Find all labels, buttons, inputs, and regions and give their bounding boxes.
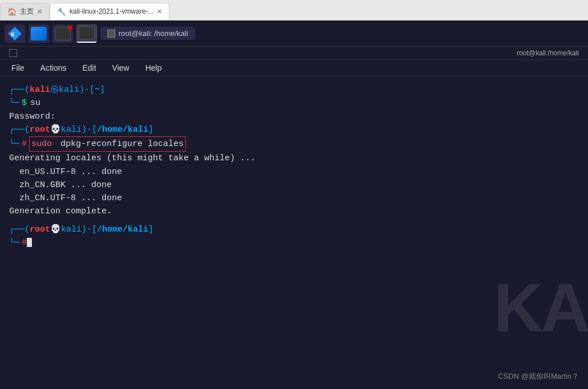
blue-app-icon <box>31 27 47 40</box>
sudo-keyword: sudo <box>31 139 52 149</box>
prompt-dir-3: /home/kali <box>97 223 148 236</box>
prompt-hash-line-1: └─# sudo dpkg-reconfigure locales <box>9 136 579 152</box>
title-right-label: root@kali:/home/kali <box>517 49 579 57</box>
prompt-dollar-line-1: └─$ su <box>9 96 579 110</box>
taskbar-dark-app1[interactable] <box>52 25 73 43</box>
prompt-bracket-close-2: )-[ <box>82 123 97 136</box>
prompt-host-sep-1: ㉿ <box>50 83 59 96</box>
terminal-content: ┌──(kali㉿kali)-[~] └─$ su Password: ┌──(… <box>0 76 588 389</box>
prompt-user-root: root <box>30 123 50 136</box>
menu-view[interactable]: View <box>110 62 132 74</box>
browser-tabs: 🏠 主页 ✕ 🔧 kali-linux-2021.1-vmware-... ✕ <box>0 0 588 21</box>
kali-logo-svg: K <box>7 26 23 42</box>
tab-kali-label: kali-linux-2021.1-vmware-... <box>70 7 153 15</box>
locales-arg: locales <box>143 139 184 149</box>
terminal-tab-label: root@kali: /home/kali <box>119 29 188 38</box>
prompt-bracket-close-3: )-[ <box>82 223 97 236</box>
output-generating: Generating locales (this might take a wh… <box>9 152 579 165</box>
prompt-connector-3: └─ <box>9 236 19 249</box>
prompt-bracket-close-1: )-[ <box>79 83 95 96</box>
prompt-line-1: ┌──(kali㉿kali)-[~] <box>9 83 579 96</box>
prompt-user-root-2: root <box>30 223 50 236</box>
menu-edit[interactable]: Edit <box>80 62 98 74</box>
output-complete: Generation complete. <box>9 205 579 218</box>
menu-bar: File Actions Edit View Help <box>0 60 588 76</box>
prompt-host-3: kali <box>61 223 82 236</box>
kali-watermark: KA <box>494 254 588 360</box>
output-zhcn-utf8: zh_CN.UTF-8 ... done <box>9 192 579 205</box>
cmd-su: su <box>30 96 40 110</box>
prompt-dir-close-1: ] <box>100 83 105 96</box>
output-zhcn-gbk: zh_CN.GBK ... done <box>9 179 579 192</box>
taskbar-blue-app[interactable] <box>29 25 49 43</box>
dark-app2-icon <box>79 26 95 40</box>
prompt-hash-line-2: └─# <box>9 236 579 249</box>
terminal-cursor <box>27 238 32 247</box>
output-password: Password: <box>9 110 579 123</box>
prompt-dir-2: /home/kali <box>97 123 148 136</box>
menu-file[interactable]: File <box>9 62 27 74</box>
dark-app1-icon <box>55 27 71 40</box>
taskbar-dark-app2[interactable] <box>76 25 97 43</box>
prompt-line-2: ┌──(root💀kali)-[/home/kali] <box>9 123 579 136</box>
prompt-dollar-1: $ <box>22 96 27 110</box>
tab-kali-close[interactable]: ✕ <box>157 8 162 15</box>
prompt-bracket-1: ┌──( <box>9 83 30 96</box>
prompt-user-1: kali <box>30 83 50 96</box>
line-spacer <box>9 218 579 223</box>
svg-marker-0 <box>8 27 22 40</box>
home-icon: 🏠 <box>7 7 17 16</box>
taskbar-kali-icon[interactable]: K <box>5 25 25 43</box>
prompt-connector-2: └─ <box>9 137 19 151</box>
menu-help[interactable]: Help <box>143 62 164 74</box>
terminal-window-tab[interactable]: root@kali: /home/kali <box>100 27 195 40</box>
output-enus: en_US.UTF-8 ... done <box>9 165 579 179</box>
prompt-bracket-2: ┌──( <box>9 123 30 136</box>
tab-home-label: 主页 <box>20 7 34 17</box>
prompt-bracket-3: ┌──( <box>9 223 30 236</box>
kali-tab-icon: 🔧 <box>57 7 66 16</box>
highlighted-command-box: sudo dpkg-reconfigure locales <box>29 136 186 152</box>
prompt-line-3: ┌──(root💀kali)-[/home/kali] <box>9 223 579 236</box>
prompt-hash-1: # <box>22 137 27 151</box>
terminal-taskbar: K root@kali: /home/kali <box>0 21 588 47</box>
prompt-hash-2: # <box>22 236 27 249</box>
skull-icon-2: 💀 <box>50 223 61 236</box>
prompt-dir-close-3: ] <box>148 223 153 236</box>
window-checkbox[interactable] <box>9 49 17 57</box>
tab-home[interactable]: 🏠 主页 ✕ <box>0 3 50 20</box>
dpkg-command: dpkg-reconfigure <box>55 139 143 149</box>
prompt-host-1: kali <box>59 83 79 96</box>
tab-home-close[interactable]: ✕ <box>37 8 42 15</box>
menu-actions[interactable]: Actions <box>38 62 69 74</box>
svg-text:K: K <box>11 31 15 38</box>
terminal-title-bar: root@kali:/home/kali <box>0 47 588 60</box>
prompt-dir-1: ~ <box>95 83 100 96</box>
prompt-dir-close-2: ] <box>148 123 153 136</box>
prompt-host-2: kali <box>61 123 82 136</box>
tab-kali[interactable]: 🔧 kali-linux-2021.1-vmware-... ✕ <box>50 3 169 20</box>
window-icon <box>107 30 115 38</box>
skull-icon: 💀 <box>50 123 61 136</box>
csdn-watermark: CSDN @就你叫Martin？ <box>498 371 579 382</box>
prompt-connector-1: └─ <box>9 96 19 110</box>
